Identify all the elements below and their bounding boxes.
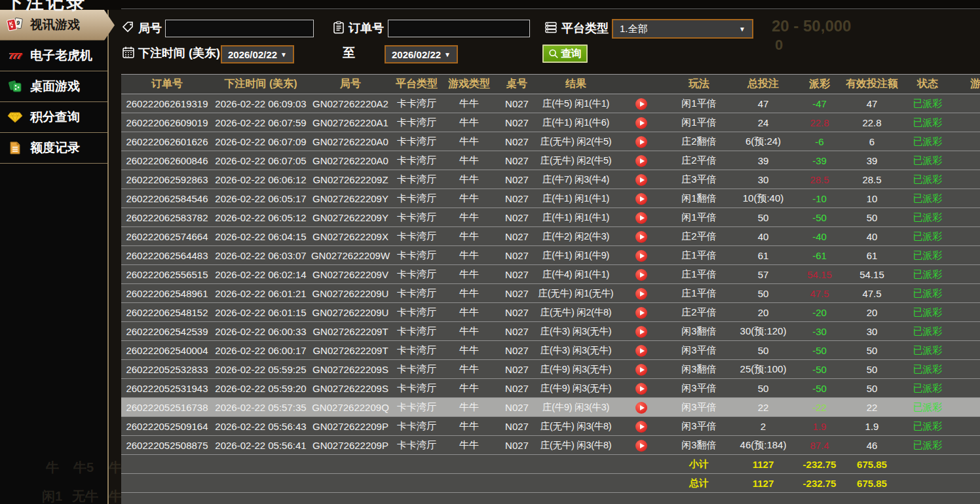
replay-play-button[interactable] (635, 364, 647, 376)
platform-type-select[interactable]: 1.全部 ▼ (612, 19, 753, 39)
table-row[interactable]: 260222062542539 2026-02-22 06:00:33 GN02… (121, 322, 980, 341)
table-row[interactable]: 260222062601626 2026-02-22 06:07:09 GN02… (121, 132, 980, 151)
replay-play-button[interactable] (635, 269, 647, 281)
date-from-select[interactable]: 2026/02/22 ▼ (221, 45, 294, 63)
cell-replay (615, 363, 668, 375)
cell-replay (615, 135, 668, 147)
table-row[interactable]: 260222062548961 2026-02-22 06:01:21 GN02… (121, 284, 980, 303)
table-row[interactable]: 260222052508875 2026-02-22 05:56:41 GN02… (121, 436, 980, 455)
table-row[interactable]: 260222062584546 2026-02-22 06:05:17 GN02… (121, 189, 980, 208)
sidebar-item-table-games[interactable]: 桌面游戏 (0, 71, 107, 102)
cell-status: 已派彩 (901, 249, 954, 262)
cell-total-bet: 50 (730, 212, 796, 223)
cell-order-no: 260222052532833 (121, 364, 213, 375)
cell-order-no: 260222062619319 (121, 98, 213, 109)
round-no-input[interactable] (165, 20, 314, 37)
replay-play-button[interactable] (635, 421, 647, 433)
cell-platform: 卡卡湾厅 (392, 211, 441, 224)
replay-play-button[interactable] (635, 402, 647, 414)
replay-play-button[interactable] (635, 288, 647, 300)
table-row[interactable]: 260222052532833 2026-02-22 05:59:25 GN02… (121, 360, 980, 379)
sidebar-item-label: 额度记录 (30, 139, 80, 156)
sidebar-item-credit-records[interactable]: 额度记录 (0, 133, 107, 164)
play-icon (640, 272, 645, 278)
ghost-tile: 牛 (109, 488, 122, 504)
cell-payout: 54.15 (796, 269, 843, 280)
cell-order-no: 260222062542539 (121, 326, 213, 337)
cell-platform: 卡卡湾厅 (392, 249, 441, 262)
play-icon (640, 177, 645, 183)
order-no-input[interactable] (388, 20, 530, 37)
cell-payout: -40 (796, 231, 843, 242)
replay-play-button[interactable] (635, 383, 647, 395)
cell-table-no: N027 (497, 136, 537, 147)
cell-round-no: GN0272622209Z (309, 174, 392, 185)
cell-valid-bet: 20 (843, 307, 901, 318)
table-row[interactable]: 260222062556515 2026-02-22 06:02:14 GN02… (121, 265, 980, 284)
cell-table-no: N027 (497, 421, 537, 432)
cell-order-no: 260222052531943 (121, 383, 213, 394)
cell-status: 已派彩 (901, 117, 954, 129)
replay-play-button[interactable] (635, 440, 647, 452)
replay-play-button[interactable] (635, 212, 647, 224)
table-row[interactable]: 260222062574664 2026-02-22 06:04:15 GN02… (121, 227, 980, 246)
play-icon (640, 139, 645, 145)
cell-order-no: 260222062564483 (121, 250, 213, 261)
sidebar-item-label: 电子老虎机 (30, 47, 92, 64)
table-row[interactable]: 260222052516738 2026-02-22 05:57:35 GN02… (121, 398, 980, 417)
cell-total-bet: 50 (730, 288, 796, 299)
cell-play-type: 庄3平倍 (668, 173, 730, 186)
table-row[interactable]: 260222062564483 2026-02-22 06:03:07 GN02… (121, 246, 980, 265)
cell-play-type: 闲1平倍 (668, 117, 730, 129)
cell-total-bet: 30(预:120) (730, 325, 796, 338)
cell-platform: 卡卡湾厅 (392, 306, 441, 319)
cell-play-type: 闲1平倍 (668, 98, 730, 110)
replay-play-button[interactable] (635, 326, 647, 338)
cell-table-no: N027 (497, 307, 537, 318)
replay-play-button[interactable] (635, 174, 647, 186)
date-to-select[interactable]: 2026/02/22 ▼ (385, 45, 458, 63)
cell-status: 已派彩 (901, 154, 954, 167)
date-to-value: 2026/02/22 (392, 49, 441, 60)
replay-play-button[interactable] (635, 345, 647, 357)
replay-play-button[interactable] (635, 136, 647, 148)
replay-play-button[interactable] (635, 98, 647, 110)
cell-payout: -47 (796, 98, 843, 109)
sidebar-item-points[interactable]: 积分查询 (0, 102, 107, 133)
replay-play-button[interactable] (635, 193, 647, 205)
table-row[interactable]: 260222062592863 2026-02-22 06:06:12 GN02… (121, 170, 980, 189)
cell-game-type: 牛牛 (441, 344, 497, 357)
grand-total-payout: -232.75 (796, 478, 843, 489)
sidebar-item-label: 视讯游戏 (30, 16, 80, 33)
table-row[interactable]: 260222062540004 2026-02-22 06:00:17 GN02… (121, 341, 980, 360)
play-icon (640, 348, 645, 353)
cell-game-type: 牛牛 (441, 117, 497, 129)
replay-play-button[interactable] (635, 231, 647, 243)
replay-play-button[interactable] (635, 117, 647, 129)
table-row[interactable]: 260222062600846 2026-02-22 06:07:05 GN02… (121, 151, 980, 170)
cell-game-type: 牛牛 (441, 230, 497, 243)
table-row[interactable]: 260222062583782 2026-02-22 06:05:12 GN02… (121, 208, 980, 227)
col-order-no: 订单号 (121, 77, 213, 91)
cell-table-no: N027 (497, 364, 537, 375)
table-row[interactable]: 260222062619319 2026-02-22 06:09:03 GN02… (121, 94, 980, 113)
cell-total-bet: 57 (730, 269, 796, 280)
cell-bet-time: 2026-02-22 06:07:59 (213, 117, 309, 128)
cell-platform: 卡卡湾厅 (392, 173, 441, 186)
table-row[interactable]: 260222062548152 2026-02-22 06:01:15 GN02… (121, 303, 980, 322)
replay-play-button[interactable] (635, 307, 647, 319)
cell-order-no: 260222062540004 (121, 345, 213, 356)
cell-game-type: 牛牛 (441, 211, 497, 224)
table-row[interactable]: 260222052531943 2026-02-22 05:59:20 GN02… (121, 379, 980, 398)
replay-play-button[interactable] (635, 250, 647, 262)
table-row[interactable]: 260222052509164 2026-02-22 05:56:43 GN02… (121, 417, 980, 436)
table-row[interactable]: 260222062609019 2026-02-22 06:07:59 GN02… (121, 113, 980, 132)
cell-game-type: 牛牛 (441, 173, 497, 186)
cell-result: 庄(牛9) 闲3(无牛) (537, 382, 615, 395)
cell-bet-time: 2026-02-22 06:00:33 (213, 326, 309, 337)
cell-platform: 卡卡湾厅 (392, 135, 441, 148)
search-button[interactable]: 查询 (542, 45, 588, 63)
sidebar-item-slots[interactable]: 777 电子老虎机 (0, 41, 107, 71)
cell-replay (615, 97, 668, 109)
replay-play-button[interactable] (635, 155, 647, 167)
